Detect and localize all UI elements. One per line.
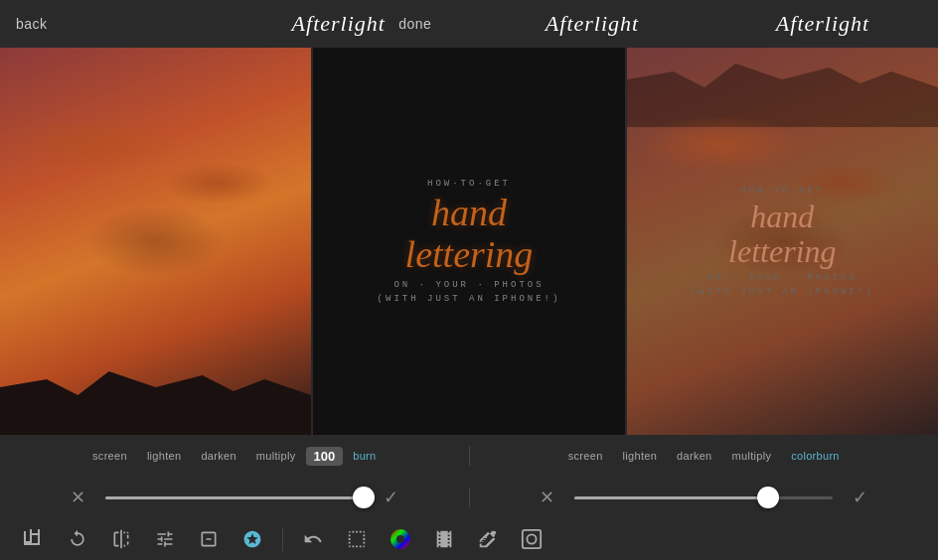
slider-row: ✕ ✓ ✕ ✓ <box>0 477 938 518</box>
slider-track-right[interactable] <box>574 496 833 499</box>
slider-confirm-left[interactable]: ✓ <box>372 487 410 508</box>
slider-track-left[interactable] <box>105 496 364 499</box>
blend-row: screen lighten darken multiply 100 burn … <box>0 435 938 477</box>
bottom-toolbar: screen lighten darken multiply 100 burn … <box>0 435 938 560</box>
header-left: back <box>0 16 246 32</box>
header-right: Afterlight <box>707 11 938 37</box>
slider-close-right[interactable]: ✕ <box>528 487 566 508</box>
panel-overlay: HOW·TO·GET handlettering ON · YOUR · PHO… <box>627 48 938 435</box>
blend-section-left: screen lighten darken multiply 100 burn <box>0 446 469 466</box>
blend-section-right: screen lighten darken multiply colorburn <box>470 446 939 466</box>
color-icon[interactable] <box>387 525 414 553</box>
blend-colorburn-left[interactable]: burn <box>343 446 386 466</box>
blend-lighten-right[interactable]: lighten <box>613 446 668 466</box>
header-left-title: Afterlight done <box>246 11 477 37</box>
crop-icon[interactable] <box>20 525 48 553</box>
panel-lettering: HOW·TO·GET handlettering ON · YOUR · PHO… <box>313 48 624 435</box>
text-overlay-right: HOW·TO·GET handlettering ON · YOUR · PHO… <box>627 48 938 435</box>
tool-divider <box>282 527 283 551</box>
main-area: HOW·TO·GET handlettering ON · YOUR · PHO… <box>0 48 938 435</box>
icon-row <box>0 518 938 560</box>
frame-icon[interactable] <box>195 525 223 553</box>
iphone-text: (WITH JUST AN IPHONE!) <box>378 294 561 304</box>
slider-confirm-right[interactable]: ✓ <box>841 487 879 508</box>
blend-colorburn-right[interactable]: colorburn <box>781 446 850 466</box>
text-overlay-center: HOW·TO·GET handlettering ON · YOUR · PHO… <box>313 48 624 435</box>
header-center: Afterlight <box>477 11 707 37</box>
how-to-get-text-right: HOW·TO·GET <box>740 186 824 196</box>
blend-screen-right[interactable]: screen <box>558 446 613 466</box>
flip-icon[interactable] <box>107 525 135 553</box>
film-icon[interactable] <box>430 525 458 553</box>
blend-darken-right[interactable]: darken <box>667 446 721 466</box>
adjust-icon[interactable] <box>151 525 179 553</box>
blend-lighten-left[interactable]: lighten <box>137 446 192 466</box>
on-your-photos-text-right: ON · YOUR · PHOTOS <box>707 273 858 283</box>
header: back Afterlight done Afterlight Afterlig… <box>0 0 938 48</box>
app-title-center: Afterlight <box>546 11 639 37</box>
rotate-icon[interactable] <box>64 525 91 553</box>
circle-icon[interactable] <box>518 525 546 553</box>
overlay-icon[interactable] <box>238 525 266 553</box>
app-title-left: Afterlight <box>292 11 386 37</box>
svg-rect-2 <box>523 530 541 548</box>
slider-thumb-left[interactable] <box>353 487 375 508</box>
blend-value-tooltip: 100 <box>306 447 344 466</box>
slider-fill-left <box>105 496 364 499</box>
blend-multiply-left[interactable]: multiply <box>246 446 306 466</box>
on-your-photos-text: ON · YOUR · PHOTOS <box>393 280 544 290</box>
blend-screen-left[interactable]: screen <box>82 446 137 466</box>
blend-multiply-right[interactable]: multiply <box>722 446 782 466</box>
hand-lettering-text-right: handlettering <box>728 200 836 269</box>
done-button[interactable]: done <box>398 16 431 32</box>
slider-close-left[interactable]: ✕ <box>59 487 97 508</box>
adjust2-icon[interactable] <box>343 525 371 553</box>
undo-icon[interactable] <box>299 525 327 553</box>
app-title-right: Afterlight <box>776 11 869 37</box>
svg-point-1 <box>396 535 404 543</box>
hand-lettering-text: handlettering <box>405 193 534 276</box>
slider-section-right: ✕ ✓ <box>470 487 939 508</box>
svg-point-3 <box>527 534 536 543</box>
slider-thumb-right[interactable] <box>757 487 779 508</box>
slider-section-left: ✕ ✓ <box>0 487 469 508</box>
slider-fill-right <box>574 496 768 499</box>
transform-icon[interactable] <box>474 525 502 553</box>
panel-sunset <box>0 48 311 435</box>
how-to-get-text: HOW·TO·GET <box>427 179 511 189</box>
back-button[interactable]: back <box>16 16 48 32</box>
blend-darken-left[interactable]: darken <box>191 446 245 466</box>
iphone-text-right: (WITH JUST AN iPHONE!) <box>691 287 874 297</box>
